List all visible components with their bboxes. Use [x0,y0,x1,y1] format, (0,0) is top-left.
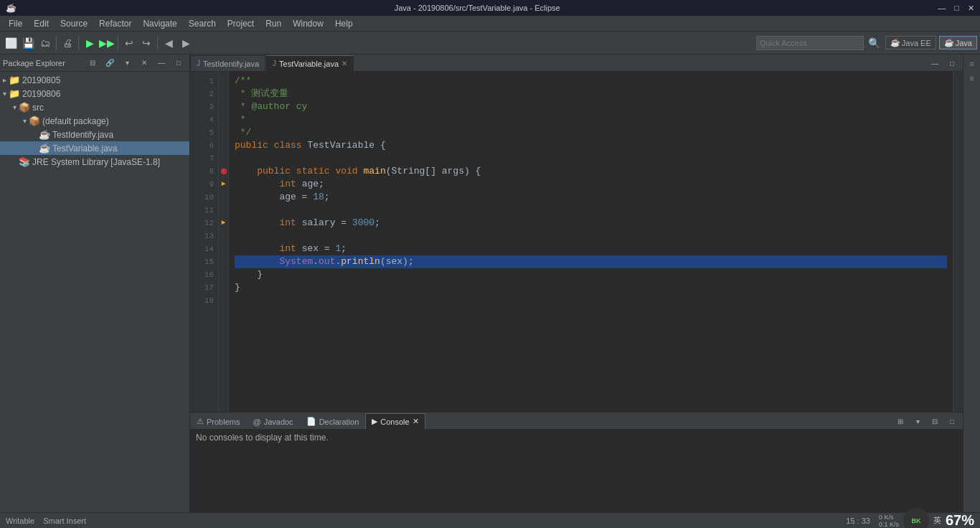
forward-button[interactable]: ▶ [178,35,194,51]
tree-item-default_package[interactable]: ▾📦(default package) [0,114,189,128]
gutter-line-8 [219,165,228,178]
console-close-button[interactable]: ✕ [413,417,419,426]
lang-indicator: 英 [933,515,941,526]
menu-project[interactable]: Project [222,17,260,30]
bottom-content: No consoles to display at this time. [190,430,963,512]
warning-arrow: ► [221,178,225,191]
line-num-2: 2 [190,88,214,100]
menu-file[interactable]: File [3,17,28,30]
right-sidebar-btn1[interactable]: ≡ [966,57,979,70]
package-explorer-title: Package Explorer [3,59,65,67]
sidebar-toolbar: ⊟ 🔗 ▾ ✕ — □ [85,55,187,71]
menu-refactor[interactable]: Refactor [93,17,137,30]
console-toolbar-btn3[interactable]: ⊟ [927,413,943,429]
tab-testvariable[interactable]: J TestVariable.java ✕ [266,55,354,71]
code-line-8: public static void main(String[] args) { [235,165,947,178]
gutter-line-12: ► [219,217,228,230]
tab-declaration[interactable]: 📄 Declaration [300,413,366,429]
window-title: Java - 20190806/src/TestVariable.java - … [17,4,938,12]
save-all-button[interactable]: 🗂 [37,35,53,51]
tree-arrow[interactable]: ▾ [20,117,29,125]
line-num-16: 16 [190,268,214,281]
console-toolbar-btn1[interactable]: ⊞ [892,413,908,429]
new-button[interactable]: ⬜ [3,35,19,51]
tree-arrow[interactable]: ▾ [10,103,19,111]
menu-window[interactable]: Window [287,17,329,30]
tree-icon: 📦 [19,102,30,113]
right-sidebar-btn2[interactable]: ≡ [966,72,979,85]
code-line-9: int age; [235,178,947,191]
code-content[interactable]: /** * 测试变量 * @author cy * */public class… [229,72,953,412]
tab-max-button[interactable]: □ [944,55,960,71]
gutter-line-18 [219,294,228,307]
main-layout: Package Explorer ⊟ 🔗 ▾ ✕ — □ ▸📁20190805▾… [0,55,980,512]
tree-item-jre[interactable]: 📚JRE System Library [JavaSE-1.8] [0,155,189,169]
gutter-line-11 [219,204,228,217]
line-num-1: 1 [190,75,214,88]
right-sidebar: ≡ ≡ [963,55,980,512]
back-button[interactable]: ◀ [161,35,176,51]
line-num-6: 6 [190,139,214,152]
sidebar-min-button[interactable]: — [154,55,169,71]
bottom-tab-controls: ⊞ ▾ ⊟ □ [890,413,963,429]
code-line-16: } [235,268,947,281]
menu-search[interactable]: Search [183,17,222,30]
declaration-icon: 📄 [306,417,316,426]
tree-label: TestVariable.java [52,143,118,154]
redo-button[interactable]: ↪ [138,35,154,51]
undo-button[interactable]: ↩ [121,35,137,51]
tree-item-TestVariable[interactable]: ☕TestVariable.java [0,141,189,155]
tree-label: (default package) [42,116,109,126]
java-perspective[interactable]: ☕ Java [939,36,977,50]
tab-problems[interactable]: ⚠ Problems [190,413,246,429]
line-num-17: 17 [190,281,214,294]
gutter: ►► [219,72,229,412]
close-button[interactable]: ✕ [968,4,974,13]
gutter-line-3 [219,100,228,113]
maximize-button[interactable]: □ [954,4,959,13]
debug-button[interactable]: ▶ [82,35,98,51]
tree-icon: ☕ [39,129,50,140]
run-button[interactable]: ▶▶ [99,35,115,51]
sidebar-max-button[interactable]: □ [171,55,187,71]
java-file-icon-active: J [273,60,276,67]
link-editor-button[interactable]: 🔗 [102,55,118,71]
sidebar-close-button[interactable]: ✕ [136,55,152,71]
java-ee-perspective[interactable]: ☕ Java EE [885,36,936,50]
save-button[interactable]: 💾 [20,35,36,51]
console-toolbar-btn2[interactable]: ▾ [910,413,925,429]
menu-source[interactable]: Source [55,17,93,30]
minimize-button[interactable]: — [938,4,946,13]
toolbar-sep-4 [157,36,158,50]
tree-arrow[interactable]: ▸ [0,76,9,84]
tree-item-20190806[interactable]: ▾📁20190806 [0,87,189,100]
quick-access-icon[interactable]: 🔍 [867,35,882,51]
menu-edit[interactable]: Edit [28,17,55,30]
tree-item-TestIdentify[interactable]: ☕TestIdentify.java [0,128,189,141]
tab-console[interactable]: ▶ Console ✕ [365,413,425,429]
quick-access-input[interactable] [756,36,864,50]
menu-help[interactable]: Help [329,17,359,30]
tab-javadoc[interactable]: @ Javadoc [246,413,299,429]
line-num-9: 9 [190,178,214,191]
gutter-line-5 [219,126,228,139]
code-line-18 [235,294,947,307]
tab-close-button[interactable]: ✕ [341,60,347,67]
print-button[interactable]: 🖨 [60,35,75,51]
gutter-line-7 [219,152,228,165]
line-num-14: 14 [190,242,214,255]
line-num-12: 12 [190,217,214,230]
tree-item-20190805[interactable]: ▸📁20190805 [0,73,189,87]
clock-display: 67% [946,512,974,528]
menu-navigate[interactable]: Navigate [137,17,182,30]
sidebar-menu-button[interactable]: ▾ [119,55,135,71]
collapse-all-button[interactable]: ⊟ [85,55,100,71]
tab-testidentify[interactable]: J TestIdentify.java [190,55,265,71]
console-toolbar-btn4[interactable]: □ [944,413,960,429]
menu-run[interactable]: Run [260,17,287,30]
line-num-7: 7 [190,152,214,165]
tree-item-src[interactable]: ▾📦src [0,100,189,114]
tab-min-button[interactable]: — [927,55,943,71]
tree-arrow[interactable]: ▾ [0,90,9,98]
code-editor[interactable]: 123456789101112131415161718 ►► /** * 测试变… [190,72,963,412]
